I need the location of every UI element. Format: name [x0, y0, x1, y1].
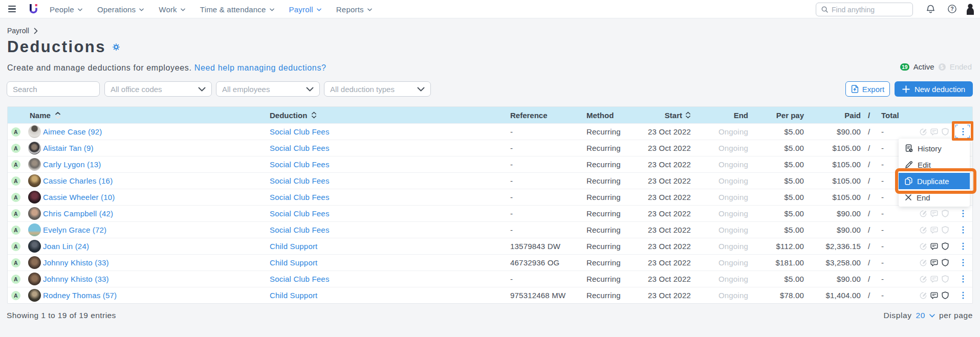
- svg-text:?: ?: [950, 6, 953, 12]
